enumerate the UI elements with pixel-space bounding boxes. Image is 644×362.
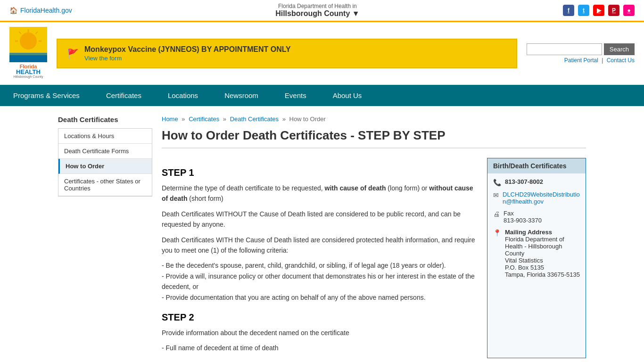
contact-phone: 📞 813-307-8002 xyxy=(493,178,580,186)
phone-number: 813-307-8002 xyxy=(505,178,543,185)
breadcrumb-home[interactable]: Home xyxy=(162,115,178,123)
fax-icon: 🖨 xyxy=(493,210,500,218)
home-icon: 🏠 xyxy=(9,7,17,14)
sidebar: Death Certificates Locations & Hours Dea… xyxy=(58,115,152,358)
breadcrumb: Home » Certificates » Death Certificates… xyxy=(162,115,586,123)
email-link[interactable]: DLCHD29WebsiteDistribution@flhealth.gov xyxy=(503,191,580,205)
sidebar-title: Death Certificates xyxy=(58,115,152,123)
contact-box-title: Birth/Death Certificates xyxy=(487,158,586,173)
floridahealth-link[interactable]: FloridaHealth.gov xyxy=(20,7,72,14)
step1-p2: Death Certificates WITHOUT the Cause of … xyxy=(162,209,478,230)
header-links: Patient Portal | Contact Us xyxy=(564,57,635,64)
flag-icon: 🚩 xyxy=(67,48,79,59)
step2-p1: Provide information about the decedent n… xyxy=(162,328,478,338)
fax-number: 813-903-3370 xyxy=(504,217,542,224)
county-selector[interactable]: Hillsborough County ▼ xyxy=(275,9,359,18)
nav-programs[interactable]: Programs & Services xyxy=(0,85,93,106)
top-bar-center: Florida Department of Health in Hillsbor… xyxy=(275,3,359,18)
main-text-area: STEP 1 Determine the type of death certi… xyxy=(162,158,586,358)
contact-mailing: 📍 Mailing Address Florida Department of … xyxy=(493,229,580,278)
sidebar-link-forms[interactable]: Death Certificate Forms xyxy=(58,144,152,159)
breadcrumb-death-certs[interactable]: Death Certificates xyxy=(230,115,279,123)
step1-p1: Determine the type of death certificate … xyxy=(162,183,478,204)
step2-heading: STEP 2 xyxy=(162,312,478,323)
page-title: How to Order Death Certificates - STEP B… xyxy=(162,128,586,148)
fax-label: Fax xyxy=(504,210,514,217)
breadcrumb-certificates[interactable]: Certificates xyxy=(189,115,219,123)
step1-p4: - Be the decedent's spouse, parent, chil… xyxy=(162,260,478,303)
phone-icon: 📞 xyxy=(493,179,501,186)
mailing-label: Mailing Address xyxy=(505,229,552,236)
sidebar-link-how-to-order[interactable]: How to Order xyxy=(58,159,152,174)
step1-heading: STEP 1 xyxy=(162,167,478,178)
flickr-icon[interactable]: ● xyxy=(623,5,635,16)
facebook-icon[interactable]: f xyxy=(563,5,574,16)
contact-us-link[interactable]: Contact Us xyxy=(607,57,635,64)
svg-text:HEALTH: HEALTH xyxy=(16,68,41,75)
sidebar-link-locations[interactable]: Locations & Hours xyxy=(58,129,152,144)
announcement-title: Monkeypox Vaccine (JYNNEOS) BY APPOINTME… xyxy=(84,45,291,54)
top-bar: 🏠 FloridaHealth.gov Florida Department o… xyxy=(0,0,644,22)
nav-about[interactable]: About Us xyxy=(320,85,375,106)
search-input[interactable] xyxy=(527,43,602,55)
announcement-link[interactable]: View the form xyxy=(84,55,291,62)
sidebar-menu: Locations & Hours Death Certificate Form… xyxy=(58,128,152,197)
step1-p3: Death Certificates WITH the Cause of Dea… xyxy=(162,235,478,256)
content-wrapper: Death Certificates Locations & Hours Dea… xyxy=(49,106,595,362)
article: STEP 1 Determine the type of death certi… xyxy=(162,158,478,358)
step2-p2: - Full name of decedent at time of death xyxy=(162,343,478,353)
nav-newsroom[interactable]: Newsroom xyxy=(211,85,272,106)
nav-events[interactable]: Events xyxy=(272,85,320,106)
youtube-icon[interactable]: ▶ xyxy=(593,5,604,16)
sidebar-item-how-to-order: How to Order xyxy=(58,159,152,174)
pinterest-icon[interactable]: P xyxy=(608,5,619,16)
twitter-icon[interactable]: t xyxy=(578,5,589,16)
logo: Florida HEALTH Hillsborough County xyxy=(9,27,47,80)
svg-point-2 xyxy=(20,33,37,49)
top-bar-left: 🏠 FloridaHealth.gov xyxy=(9,7,72,14)
contact-fax: 🖨 Fax 813-903-3370 xyxy=(493,210,580,224)
sidebar-link-other-countries[interactable]: Certificates - other States or Countries xyxy=(58,174,152,196)
contact-box: Birth/Death Certificates 📞 813-307-8002 … xyxy=(487,158,586,358)
county-name: Hillsborough County xyxy=(275,9,350,17)
main-nav: Programs & Services Certificates Locatio… xyxy=(0,85,644,106)
contact-email: ✉ DLCHD29WebsiteDistribution@flhealth.go… xyxy=(493,191,580,205)
logo-area: Florida HEALTH Hillsborough County xyxy=(9,27,47,80)
main-content: Home » Certificates » Death Certificates… xyxy=(162,115,586,358)
sidebar-item-other-countries: Certificates - other States or Countries xyxy=(58,174,152,196)
mailing-address: Florida Department of Health - Hillsboro… xyxy=(505,236,580,278)
announcement-content: Monkeypox Vaccine (JYNNEOS) BY APPOINTME… xyxy=(84,45,291,62)
header: Florida HEALTH Hillsborough County 🚩 Mon… xyxy=(0,22,644,85)
email-icon: ✉ xyxy=(493,191,499,199)
svg-text:Hillsborough County: Hillsborough County xyxy=(13,75,43,79)
sidebar-item-locations: Locations & Hours xyxy=(58,129,152,144)
sidebar-item-forms: Death Certificate Forms xyxy=(58,144,152,159)
search-button[interactable]: Search xyxy=(604,43,635,55)
patient-portal-link[interactable]: Patient Portal xyxy=(564,57,598,64)
nav-locations[interactable]: Locations xyxy=(155,85,211,106)
dept-label: Florida Department of Health in xyxy=(275,3,359,9)
mail-icon: 📍 xyxy=(493,229,501,237)
announcement-banner: 🚩 Monkeypox Vaccine (JYNNEOS) BY APPOINT… xyxy=(57,39,517,68)
social-icons: f t ▶ P ● xyxy=(563,5,635,16)
breadcrumb-current: How to Order xyxy=(289,115,326,123)
search-row: Search xyxy=(527,43,635,55)
search-area: Search Patient Portal | Contact Us xyxy=(527,43,635,64)
contact-box-body: 📞 813-307-8002 ✉ DLCHD29WebsiteDistribut… xyxy=(487,173,586,288)
svg-rect-9 xyxy=(9,55,47,62)
nav-certificates[interactable]: Certificates xyxy=(93,85,155,106)
